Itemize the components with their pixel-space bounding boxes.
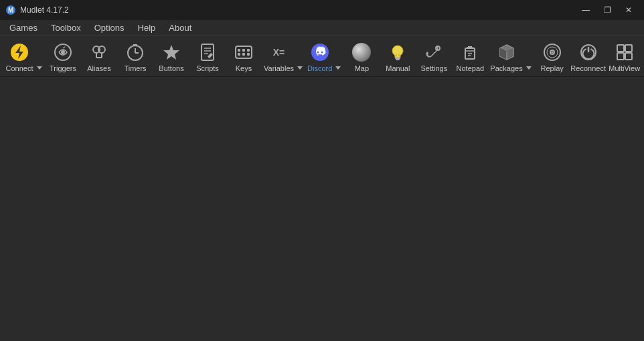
- title-bar: M Mudlet 4.17.2 — ❐ ✕: [0, 0, 644, 20]
- packages-icon: [496, 42, 517, 63]
- discord-dropdown-button[interactable]: [333, 39, 343, 74]
- variables-dropdown-button[interactable]: [295, 39, 305, 74]
- title-bar-controls: — ❐ ✕: [576, 3, 639, 17]
- replay-label: Replay: [541, 64, 564, 72]
- packages-chevron-down-icon: [526, 66, 532, 70]
- svg-rect-17: [202, 44, 214, 60]
- triggers-button[interactable]: Triggers: [46, 39, 80, 74]
- svg-rect-55: [625, 45, 632, 52]
- menu-help[interactable]: Help: [131, 21, 163, 34]
- minimize-button[interactable]: —: [576, 3, 596, 17]
- menu-games[interactable]: Games: [3, 21, 44, 34]
- menu-toolbox[interactable]: Toolbox: [44, 21, 88, 34]
- packages-button-group: Packages: [489, 39, 533, 74]
- scripts-label: Scripts: [196, 64, 219, 72]
- map-button[interactable]: Map: [344, 39, 379, 74]
- svg-text:M: M: [8, 7, 13, 14]
- settings-button[interactable]: Settings: [416, 39, 451, 74]
- svg-rect-57: [625, 53, 632, 60]
- timers-icon: [125, 42, 146, 63]
- discord-icon: [309, 42, 331, 63]
- connect-icon: [9, 42, 30, 63]
- discord-button-group: Discord: [306, 39, 343, 74]
- settings-icon: [423, 42, 445, 63]
- scripts-icon: [197, 42, 218, 63]
- menu-about[interactable]: About: [162, 21, 198, 34]
- variables-button-group: X= Variables: [262, 39, 305, 74]
- toolbar: Connect Triggers Alia: [0, 36, 644, 77]
- connect-label: Connect: [6, 64, 33, 72]
- packages-dropdown-button[interactable]: [524, 39, 534, 74]
- svg-rect-25: [247, 49, 250, 52]
- svg-rect-33: [396, 59, 400, 60]
- triggers-label: Triggers: [50, 64, 76, 72]
- keys-label: Keys: [236, 64, 252, 72]
- connect-button[interactable]: Connect: [4, 39, 35, 74]
- svg-rect-26: [238, 53, 240, 56]
- triggers-icon: [52, 42, 74, 63]
- scripts-button[interactable]: Scripts: [190, 39, 225, 74]
- map-icon: [351, 42, 372, 63]
- title-bar-left: M Mudlet 4.17.2: [5, 5, 69, 15]
- timers-label: Timers: [124, 64, 146, 72]
- svg-rect-28: [247, 53, 250, 56]
- svg-point-30: [317, 52, 319, 54]
- maximize-button[interactable]: ❐: [597, 3, 617, 17]
- discord-label: Discord: [307, 64, 332, 72]
- replay-icon: [542, 42, 563, 63]
- discord-chevron-down-icon: [335, 66, 341, 70]
- aliases-button[interactable]: Aliases: [82, 39, 116, 74]
- buttons-icon: [161, 42, 182, 63]
- map-label: Map: [355, 64, 369, 72]
- svg-rect-24: [242, 49, 245, 52]
- packages-button[interactable]: Packages: [489, 39, 524, 74]
- manual-button[interactable]: Manual: [380, 39, 415, 74]
- svg-point-52: [551, 52, 553, 54]
- close-button[interactable]: ✕: [619, 3, 639, 17]
- connect-dropdown-button[interactable]: [35, 39, 44, 74]
- svg-rect-21: [208, 53, 213, 58]
- notepad-label: Notepad: [457, 64, 485, 72]
- svg-marker-16: [163, 45, 179, 60]
- reconnect-label: Reconnect: [570, 64, 606, 72]
- buttons-label: Buttons: [159, 64, 183, 72]
- manual-icon: [387, 42, 408, 63]
- variables-button[interactable]: X= Variables: [262, 39, 295, 74]
- connect-chevron-down-icon: [37, 66, 42, 70]
- packages-label: Packages: [490, 64, 522, 72]
- multiview-button[interactable]: MultiView: [607, 39, 642, 74]
- svg-point-5: [61, 50, 65, 54]
- reconnect-button[interactable]: Reconnect: [571, 39, 606, 74]
- variables-label: Variables: [264, 64, 294, 72]
- svg-point-31: [321, 52, 323, 54]
- svg-rect-56: [617, 53, 624, 60]
- app-title: Mudlet 4.17.2: [20, 5, 69, 15]
- keys-button[interactable]: Keys: [226, 39, 261, 74]
- settings-label: Settings: [420, 64, 447, 72]
- variables-icon: X=: [268, 42, 290, 63]
- svg-rect-27: [242, 53, 245, 56]
- variables-chevron-down-icon: [297, 66, 303, 70]
- manual-label: Manual: [386, 64, 410, 72]
- svg-rect-32: [395, 58, 400, 59]
- svg-rect-23: [238, 49, 240, 52]
- menu-options[interactable]: Options: [88, 21, 131, 34]
- replay-button[interactable]: Replay: [535, 39, 570, 74]
- svg-rect-22: [236, 46, 252, 58]
- notepad-button[interactable]: Notepad: [453, 39, 487, 74]
- discord-button[interactable]: Discord: [306, 39, 333, 74]
- multiview-icon: [614, 42, 635, 63]
- aliases-label: Aliases: [87, 64, 110, 72]
- multiview-label: MultiView: [609, 64, 640, 72]
- connect-button-group: Connect: [4, 39, 44, 74]
- timers-button[interactable]: Timers: [118, 39, 153, 74]
- main-content: [0, 77, 644, 341]
- aliases-icon: [88, 42, 110, 63]
- app-icon: M: [5, 5, 16, 15]
- reconnect-icon: [578, 42, 599, 63]
- keys-icon: [233, 42, 254, 63]
- menu-bar: Games Toolbox Options Help About: [0, 20, 644, 36]
- svg-rect-54: [617, 45, 624, 52]
- buttons-button[interactable]: Buttons: [154, 39, 189, 74]
- notepad-icon: [459, 42, 481, 63]
